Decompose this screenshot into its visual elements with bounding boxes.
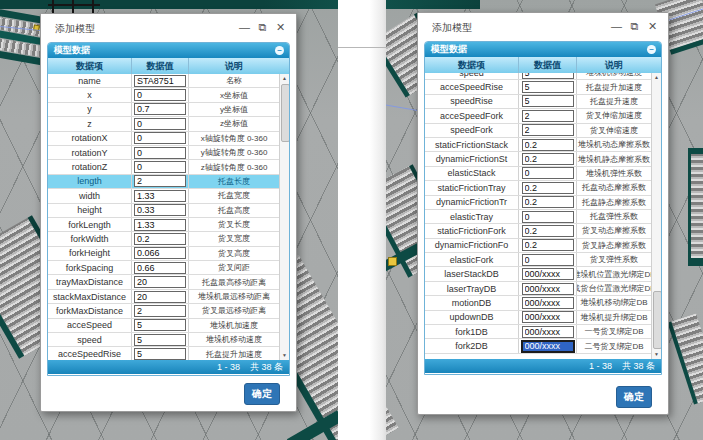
value-input[interactable] <box>134 75 186 87</box>
maximize-icon[interactable]: ⧉ <box>256 20 269 34</box>
value-input[interactable] <box>522 182 574 194</box>
value-input[interactable] <box>522 268 574 280</box>
collapse-icon[interactable]: – <box>647 45 656 54</box>
value-input[interactable] <box>134 204 186 216</box>
table-row[interactable]: speedFork 货叉伸缩速度 <box>425 124 661 138</box>
value-input[interactable] <box>522 95 574 107</box>
table-row[interactable]: dynamicFrictionTr 托盘静态摩擦系数 <box>425 196 661 210</box>
value-input[interactable] <box>134 233 186 245</box>
table-row[interactable]: staticFrictionStack 堆垛机动态摩擦系数 <box>425 138 661 152</box>
table-row[interactable]: elasticFork 货叉弹性系数 <box>425 253 661 267</box>
table-row[interactable]: speed 堆垛机移动速度 <box>48 333 289 347</box>
table-row[interactable]: rotationZ z轴旋转角度 0-360 <box>48 160 289 174</box>
table-row[interactable]: stackMaxDistance 堆垛机最远移动距离 <box>48 290 289 304</box>
table-row[interactable]: staticFrictionTray 托盘动态摩擦系数 <box>425 181 661 195</box>
minimize-icon[interactable]: — <box>238 20 251 34</box>
table-row[interactable]: fork2DB 二号货叉绑定DB <box>425 339 661 353</box>
value-input[interactable] <box>522 326 574 338</box>
value-input[interactable] <box>522 254 574 266</box>
table-scrollbar[interactable]: ▲ ▼ <box>651 73 661 359</box>
table-row[interactable]: rotationX x轴旋转角度 0-360 <box>48 132 289 146</box>
value-input[interactable] <box>522 110 574 122</box>
value-input[interactable] <box>521 340 575 353</box>
minimize-icon[interactable]: — <box>610 19 623 33</box>
value-input[interactable] <box>134 348 186 360</box>
scroll-down-arrow-icon[interactable]: ▼ <box>280 351 289 360</box>
value-input[interactable] <box>522 167 574 179</box>
value-input[interactable] <box>522 81 574 93</box>
value-input[interactable] <box>522 139 574 151</box>
scrollbar-thumb[interactable] <box>281 84 290 142</box>
table-row[interactable]: dynamicFrictionFo 货叉静态摩擦系数 <box>425 239 661 253</box>
table-row[interactable]: fork1DB 一号货叉绑定DB <box>425 325 661 339</box>
close-icon[interactable]: ✕ <box>274 20 287 34</box>
value-input[interactable] <box>134 175 186 187</box>
value-input[interactable] <box>522 73 574 79</box>
value-input[interactable] <box>134 219 186 231</box>
value-input[interactable] <box>134 334 186 346</box>
table-row[interactable]: acceSpeedRise 托盘提升加速度 <box>48 347 289 360</box>
table-row[interactable]: updownDB 堆垛机提升绑定DB <box>425 311 661 325</box>
value-input[interactable] <box>134 147 186 159</box>
scrollbar-thumb[interactable] <box>653 291 662 349</box>
value-input[interactable] <box>134 190 186 202</box>
value-input[interactable] <box>522 311 574 323</box>
table-row[interactable]: forkWidth 货叉宽度 <box>48 232 289 246</box>
scroll-up-arrow-icon[interactable]: ▲ <box>280 74 289 83</box>
value-input[interactable] <box>522 283 574 295</box>
table-row[interactable]: z z坐标值 <box>48 117 289 131</box>
value-input[interactable] <box>134 89 186 101</box>
value-input[interactable] <box>134 305 186 317</box>
table-scrollbar[interactable]: ▲ ▼ <box>279 74 289 360</box>
collapse-icon[interactable]: – <box>275 46 284 55</box>
value-input[interactable] <box>134 247 186 259</box>
table-row[interactable]: length 托盘长度 <box>48 175 289 189</box>
table-row[interactable]: laserStackDB 堆垛机位置激光绑定DB <box>425 267 661 281</box>
table-row[interactable]: forkHeight 货叉高度 <box>48 247 289 261</box>
table-row[interactable]: speed 堆垛机移动速度 <box>425 73 661 80</box>
table-row[interactable]: elasticTray 托盘弹性系数 <box>425 210 661 224</box>
maximize-icon[interactable]: ⧉ <box>628 19 641 33</box>
table-row[interactable]: name 名称 <box>48 74 289 88</box>
scroll-up-arrow-icon[interactable]: ▲ <box>652 73 661 82</box>
table-row[interactable]: dynamicFrictionSt 堆垛机静态摩擦系数 <box>425 152 661 166</box>
value-input[interactable] <box>134 118 186 130</box>
table-row[interactable]: y y坐标值 <box>48 103 289 117</box>
scroll-down-arrow-icon[interactable]: ▼ <box>652 350 661 359</box>
value-input[interactable] <box>134 262 186 274</box>
table-row[interactable]: forkMaxDistance 货叉最远移动距离 <box>48 304 289 318</box>
table-row[interactable]: acceSpeed 堆垛机加速度 <box>48 319 289 333</box>
value-input[interactable] <box>134 276 186 288</box>
table-row[interactable]: forkLength 货叉长度 <box>48 218 289 232</box>
value-input[interactable] <box>522 196 574 208</box>
value-input[interactable] <box>522 225 574 237</box>
table-row[interactable]: elasticStack 堆垛机弹性系数 <box>425 167 661 181</box>
value-input[interactable] <box>522 297 574 309</box>
table-row[interactable]: acceSpeedFork 货叉伸缩加速度 <box>425 109 661 123</box>
table-row[interactable]: height 托盘高度 <box>48 204 289 218</box>
table-row[interactable]: laserTrayDB 载货台位置激光绑定DB <box>425 282 661 296</box>
table-row[interactable]: x x坐标值 <box>48 88 289 102</box>
table-row[interactable]: width 托盘宽度 <box>48 189 289 203</box>
value-input[interactable] <box>134 161 186 173</box>
value-input[interactable] <box>134 132 186 144</box>
value-input[interactable] <box>134 319 186 331</box>
table-row[interactable]: trayMaxDistance 托盘最高移动距离 <box>48 275 289 289</box>
table-row[interactable]: speedRise 托盘提升速度 <box>425 95 661 109</box>
value-input[interactable] <box>134 291 186 303</box>
confirm-button[interactable]: 确定 <box>244 383 280 405</box>
value-input[interactable] <box>522 211 574 223</box>
table-row[interactable]: staticFrictionFork 货叉动态摩擦系数 <box>425 224 661 238</box>
table-row[interactable]: rotationY y轴旋转角度 0-360 <box>48 146 289 160</box>
confirm-button[interactable]: 确定 <box>616 386 652 408</box>
table-row[interactable]: acceSpeedRise 托盘提升加速度 <box>425 80 661 94</box>
dialog-titlebar[interactable]: 添加模型 — ⧉ ✕ <box>418 13 668 40</box>
value-input[interactable] <box>522 153 574 165</box>
value-input[interactable] <box>522 124 574 136</box>
dialog-titlebar[interactable]: 添加模型 — ⧉ ✕ <box>41 14 296 41</box>
value-input[interactable] <box>522 239 574 251</box>
close-icon[interactable]: ✕ <box>646 19 659 33</box>
table-row[interactable]: motionDB 堆垛机移动绑定DB <box>425 296 661 310</box>
table-row[interactable]: forkSpacing 货叉间距 <box>48 261 289 275</box>
value-input[interactable] <box>134 103 186 115</box>
